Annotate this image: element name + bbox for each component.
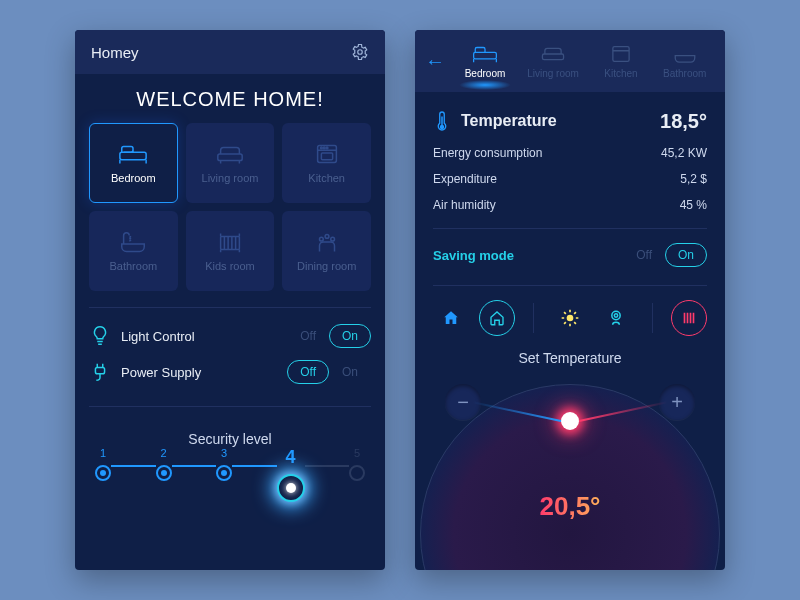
saving-on[interactable]: On bbox=[665, 243, 707, 267]
svg-rect-7 bbox=[321, 153, 332, 160]
tab-bedroom[interactable]: Bedroom bbox=[453, 40, 517, 83]
tab-living-room[interactable]: Living room bbox=[521, 40, 585, 83]
light-toggle[interactable]: Off On bbox=[287, 324, 371, 348]
room-label: Kids room bbox=[205, 260, 255, 272]
power-toggle[interactable]: Off On bbox=[287, 360, 371, 384]
bathtub-icon bbox=[118, 230, 148, 254]
bed-icon bbox=[118, 142, 148, 166]
set-temperature-value: 20,5° bbox=[539, 491, 600, 522]
light-on[interactable]: On bbox=[329, 324, 371, 348]
power-supply-label: Power Supply bbox=[121, 365, 201, 380]
room-dining-room[interactable]: Dining room bbox=[282, 211, 371, 291]
bulb-icon bbox=[89, 325, 111, 347]
svg-point-5 bbox=[323, 147, 325, 149]
svg-point-16 bbox=[441, 126, 444, 129]
bathtub-icon bbox=[672, 44, 698, 64]
divider bbox=[89, 406, 371, 407]
svg-rect-1 bbox=[120, 152, 146, 160]
room-tabbar: ← Bedroom Living room Kitchen Bathroom bbox=[415, 30, 725, 92]
welcome-heading: Welcome Home! bbox=[75, 88, 385, 111]
plug-icon bbox=[89, 361, 111, 383]
tab-kitchen[interactable]: Kitchen bbox=[589, 40, 653, 83]
svg-point-9 bbox=[325, 235, 329, 239]
security-node-2[interactable]: 2 bbox=[156, 447, 172, 481]
svg-rect-15 bbox=[613, 46, 629, 61]
security-node-5[interactable]: 5 bbox=[349, 447, 365, 481]
back-icon[interactable]: ← bbox=[425, 50, 445, 73]
room-living-room[interactable]: Living room bbox=[186, 123, 275, 203]
divider bbox=[89, 307, 371, 308]
stat-expenditure: Expenditure 5,2 $ bbox=[433, 172, 707, 186]
temperature-value: 18,5° bbox=[660, 110, 707, 133]
svg-rect-8 bbox=[221, 236, 240, 249]
svg-rect-2 bbox=[218, 154, 242, 161]
svg-rect-13 bbox=[474, 52, 497, 59]
security-title: Security level bbox=[75, 431, 385, 447]
svg-point-18 bbox=[612, 311, 620, 319]
app-title: Homey bbox=[91, 44, 139, 61]
svg-rect-14 bbox=[542, 54, 563, 60]
room-grid: Bedroom Living room Kitchen Bathroom Kid… bbox=[75, 123, 385, 291]
light-control-row: Light Control Off On bbox=[75, 318, 385, 354]
security-node-3[interactable]: 3 bbox=[216, 447, 232, 481]
svg-rect-12 bbox=[95, 367, 104, 373]
room-label: Kitchen bbox=[308, 172, 345, 184]
dial-knob-icon[interactable] bbox=[561, 412, 579, 430]
radiator-icon[interactable] bbox=[671, 300, 707, 336]
room-detail-screen: ← Bedroom Living room Kitchen Bathroom T… bbox=[415, 30, 725, 570]
sofa-icon bbox=[540, 44, 566, 64]
sun-icon[interactable] bbox=[552, 300, 588, 336]
camera-icon[interactable] bbox=[598, 300, 634, 336]
svg-point-19 bbox=[614, 314, 617, 317]
security-node-4[interactable]: 4 bbox=[277, 447, 305, 502]
light-off[interactable]: Off bbox=[287, 324, 329, 348]
svg-point-6 bbox=[326, 147, 328, 149]
svg-point-10 bbox=[319, 237, 323, 241]
room-bedroom[interactable]: Bedroom bbox=[89, 123, 178, 203]
divider bbox=[533, 303, 534, 333]
room-label: Bathroom bbox=[109, 260, 157, 272]
home-screen: Homey Welcome Home! Bedroom Living room … bbox=[75, 30, 385, 570]
set-temperature-title: Set Temperature bbox=[433, 350, 707, 366]
room-label: Dining room bbox=[297, 260, 356, 272]
bed-icon bbox=[472, 44, 498, 64]
svg-point-11 bbox=[330, 237, 334, 241]
tab-bathroom[interactable]: Bathroom bbox=[657, 40, 712, 83]
settings-icon[interactable] bbox=[351, 43, 369, 61]
crib-icon bbox=[215, 230, 245, 254]
sofa-icon bbox=[215, 142, 245, 166]
room-kitchen[interactable]: Kitchen bbox=[282, 123, 371, 203]
power-supply-row: Power Supply Off On bbox=[75, 354, 385, 390]
temperature-dial[interactable]: − + 20,5° bbox=[433, 374, 707, 524]
mode-icons bbox=[433, 285, 707, 336]
saving-off[interactable]: Off bbox=[623, 243, 665, 267]
light-control-label: Light Control bbox=[121, 329, 195, 344]
thermometer-icon bbox=[433, 108, 451, 134]
room-bathroom[interactable]: Bathroom bbox=[89, 211, 178, 291]
room-label: Living room bbox=[202, 172, 259, 184]
detail-panel: Temperature 18,5° Energy consumption 45,… bbox=[415, 92, 725, 524]
oven-icon bbox=[608, 44, 634, 64]
svg-point-17 bbox=[567, 315, 574, 322]
svg-point-0 bbox=[358, 50, 363, 55]
stat-energy: Energy consumption 45,2 KW bbox=[433, 146, 707, 160]
svg-point-4 bbox=[320, 147, 322, 149]
topbar: Homey bbox=[75, 30, 385, 74]
room-kids-room[interactable]: Kids room bbox=[186, 211, 275, 291]
power-off[interactable]: Off bbox=[287, 360, 329, 384]
home-mode-icon[interactable] bbox=[433, 300, 469, 336]
room-label: Bedroom bbox=[111, 172, 156, 184]
temperature-label: Temperature bbox=[461, 112, 557, 130]
stat-humidity: Air humidity 45 % bbox=[433, 198, 707, 212]
security-levels[interactable]: 1 2 3 4 5 bbox=[75, 447, 385, 502]
saving-toggle[interactable]: Off On bbox=[623, 243, 707, 267]
saving-mode-label: Saving mode bbox=[433, 248, 514, 263]
power-on[interactable]: On bbox=[329, 360, 371, 384]
away-mode-icon[interactable] bbox=[479, 300, 515, 336]
oven-icon bbox=[312, 142, 342, 166]
security-node-1[interactable]: 1 bbox=[95, 447, 111, 481]
saving-mode-row: Saving mode Off On bbox=[433, 228, 707, 267]
dining-icon bbox=[312, 230, 342, 254]
temperature-header: Temperature 18,5° bbox=[433, 108, 707, 134]
divider bbox=[652, 303, 653, 333]
